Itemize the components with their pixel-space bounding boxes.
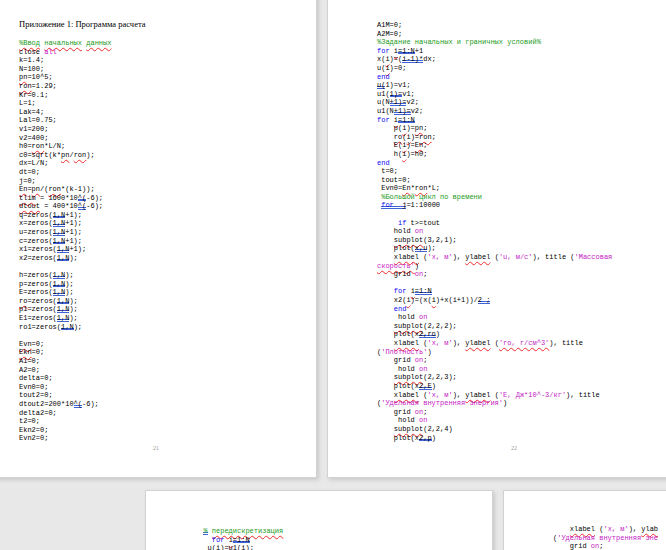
code-line: p(i)=pn;: [377, 124, 612, 133]
code-line: dtout2=200*10^(-6);: [19, 400, 111, 409]
code-line: dt=0;: [19, 168, 111, 177]
code-line: скорость'): [377, 262, 612, 271]
code-line: [377, 279, 612, 288]
code-line: x1=zeros(1,N+1);: [19, 245, 111, 254]
code-line: Evn0=En*ron*L;: [377, 184, 612, 193]
code-line: hold on: [377, 313, 612, 322]
code-line: Ekn2=0;: [19, 426, 111, 435]
code-line: A2M=0;: [377, 30, 612, 39]
code-line: ('Плотность'): [377, 348, 612, 357]
code-line: plot(x2,ro): [377, 330, 612, 339]
document-page-23[interactable]: % передискретизация for i=1:N u(i)=u1(i)…: [145, 490, 493, 550]
document-page-21[interactable]: Приложение 1: Программа расчета %Ввод на…: [0, 0, 317, 478]
code-line: end: [377, 305, 612, 314]
code-line: %Большой цикл по времени: [377, 193, 612, 202]
code-line: E1=zeros(1,N);: [19, 314, 111, 323]
code-line: plot(x2,p): [377, 434, 612, 443]
code-block-page-24: xlabel ('x, м'), ylab('Удельная внутренн…: [553, 525, 658, 550]
code-line: subplot(2,2,4): [377, 425, 612, 434]
code-line: plot(x2,E): [377, 382, 612, 391]
code-line: close all: [19, 48, 111, 57]
code-line: u1(N+1)=v2;: [377, 107, 612, 116]
document-page-24[interactable]: xlabel ('x, м'), ylab('Удельная внутренн…: [503, 490, 666, 550]
code-line: subplot(2,2,3);: [377, 373, 612, 382]
code-line: A2=0;: [19, 366, 111, 375]
code-line: Evn0=0;: [19, 383, 111, 392]
code-line: v1=200;: [19, 125, 111, 134]
code-line: delta=0;: [19, 374, 111, 383]
code-line: tlim = 1600*10^(-6);: [19, 194, 111, 203]
code-line: Kr=0.1;: [19, 91, 111, 100]
code-line: u(i)=u1(i);: [195, 544, 283, 550]
page-number-22: 22: [328, 445, 666, 451]
code-line: A1M=0;: [377, 21, 612, 30]
code-line: ron=1.29;: [19, 82, 111, 91]
code-line: Lal=0.75;: [19, 116, 111, 125]
code-block-page-23: % передискретизация for i=1:N u(i)=u1(i)…: [195, 527, 283, 550]
code-line: p=zeros(1,N);: [19, 280, 111, 289]
code-line: x(i)=(i-1)*dx;: [377, 55, 612, 64]
code-line: t2=0;: [19, 417, 111, 426]
code-line: q=zeros(1,N+1);: [19, 211, 111, 220]
code-block-page-22: A1M=0;A2M=0;%Задание начальных и граничн…: [377, 21, 612, 442]
code-line: h0=ron*L/N;: [19, 142, 111, 151]
code-line: h=zeros(1,N);: [19, 271, 111, 280]
code-line: ('Удельная внутренняя энергия'): [377, 399, 612, 408]
code-line: grid on;: [377, 408, 612, 417]
document-page-22[interactable]: A1M=0;A2M=0;%Задание начальных и граничн…: [327, 0, 666, 478]
page-number-21: 21: [0, 445, 316, 451]
code-line: grid on;: [553, 542, 658, 550]
code-line: for i=1:N+1: [377, 47, 612, 56]
code-line: ro1=zeros(1,N);: [19, 323, 111, 332]
code-line: [19, 331, 111, 340]
code-line: %Задание начальных и граничных условий%: [377, 38, 612, 47]
code-line: E=zeros(1,N);: [19, 288, 111, 297]
code-line: if t>=tout: [377, 219, 612, 228]
code-line: xlabel ('x, м'), ylabel ('E, Дж*10^-3/кг…: [377, 391, 612, 400]
code-line: h(i)=h0;: [377, 150, 612, 159]
code-line: u=zeros(1,N+1);: [19, 228, 111, 237]
document-canvas: { "colors": { "canvas_gray": "#e8e8e8", …: [0, 0, 666, 550]
code-line: xlabel ('x, м'), ylabel ('ro, г/см^3'), …: [377, 339, 612, 348]
appendix-title: Приложение 1: Программа расчета: [19, 19, 146, 29]
code-line: delta2=0;: [19, 409, 111, 418]
code-line: grid on;: [377, 270, 612, 279]
code-line: end: [377, 73, 612, 82]
code-line: x2=zeros(1,N);: [19, 254, 111, 263]
code-line: %Ввод начальных данных: [19, 39, 111, 48]
code-line: E(i)=En;: [377, 141, 612, 150]
code-line: [377, 210, 612, 219]
code-line: L=1;: [19, 99, 111, 108]
code-line: for i=1:N: [377, 287, 612, 296]
code-line: subplot(2,2,2);: [377, 322, 612, 331]
code-line: hold on: [377, 365, 612, 374]
code-line: grid on;: [377, 356, 612, 365]
code-block-page-21: %Ввод начальных данныхclose allk=1.4;N=1…: [19, 39, 111, 443]
code-line: ro=zeros(1,N);: [19, 297, 111, 306]
code-line: c0=sqrt(k*pn/ron);: [19, 151, 111, 160]
code-line: xlabel ('x, м'), ylabel ('u, м/с'), titl…: [377, 253, 612, 262]
code-line: j=0;: [19, 177, 111, 186]
code-line: k=1.4;: [19, 56, 111, 65]
code-line: p1=zeros(1,N);: [19, 305, 111, 314]
code-line: u1(1)=v1;: [377, 90, 612, 99]
code-line: for i=1:N: [377, 116, 612, 125]
code-line: ('Удельная внутренняя эне: [553, 534, 658, 543]
code-line: Evn=0;: [19, 340, 111, 349]
code-line: for j=1:10000: [377, 201, 612, 210]
code-line: N=100;: [19, 65, 111, 74]
code-line: x2(i)=(x(i)+x(i+1))/2 ;: [377, 296, 612, 305]
code-line: % передискретизация: [195, 527, 283, 536]
code-line: dx=L/N;: [19, 159, 111, 168]
code-line: plot(x,u);: [377, 244, 612, 253]
code-line: u(N+1)=v2;: [377, 98, 612, 107]
code-line: u(i)=0;: [377, 64, 612, 73]
code-line: hold on: [377, 416, 612, 425]
code-line: hold on: [377, 227, 612, 236]
code-line: Ekn=0;: [19, 348, 111, 357]
code-line: Evn2=0;: [19, 434, 111, 443]
code-line: ro(i)=ron;: [377, 133, 612, 142]
code-line: end: [377, 159, 612, 168]
code-line: for i=1:N: [195, 536, 283, 545]
code-line: x=zeros(1,N+1);: [19, 219, 111, 228]
